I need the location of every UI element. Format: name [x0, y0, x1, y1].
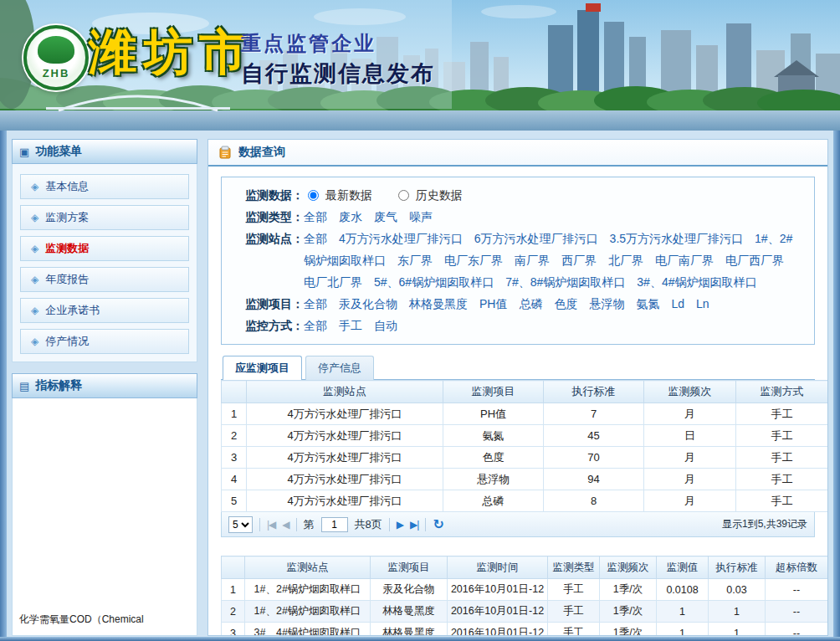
tab-shutdown-info[interactable]: 停产信息 — [305, 356, 374, 380]
filter-option-link[interactable]: Ld — [671, 297, 684, 310]
indicator-title: 指标解释 — [35, 378, 82, 393]
filter-option-link[interactable]: 悬浮物 — [589, 297, 624, 310]
tab-monitoring-items[interactable]: 应监测项目 — [223, 356, 302, 380]
table-row[interactable]: 11#、2#锅炉烟囱取样口汞及化合物2016年10月01日-12手工1季/次0.… — [222, 579, 828, 601]
column-header — [222, 381, 247, 403]
filter-option-link[interactable]: PH值 — [479, 297, 507, 310]
prev-page-button[interactable]: ◀ — [282, 519, 289, 531]
table-header-row: 监测站点 监测项目 监测时间 监测类型 监测频次 监测值 执行标准 超标倍数 — [222, 556, 828, 579]
table-cell: 5 — [222, 490, 247, 512]
sidebar-item-monitoring-plan[interactable]: ◈ 监测方案 — [20, 205, 189, 230]
table-row[interactable]: 44万方污水处理厂排污口悬浮物94月手工 — [222, 469, 828, 490]
filter-option-link[interactable]: 废水 — [339, 210, 362, 223]
filter-method-options: 全部手工自动 — [304, 315, 804, 336]
filter-option-link[interactable]: 3.5万方污水处理厂排污口 — [610, 232, 743, 245]
radio-latest-data[interactable]: 最新数据 — [304, 188, 376, 202]
column-header — [222, 556, 245, 579]
filter-option-link[interactable]: 林格曼黑度 — [409, 297, 468, 310]
radio-latest-data-input[interactable] — [308, 190, 319, 201]
filter-data-options: 最新数据 历史数据 — [304, 184, 804, 206]
first-page-button[interactable]: |◀ — [267, 519, 275, 531]
filter-option-link[interactable]: 氨氮 — [636, 297, 659, 310]
filter-option-link[interactable]: 7#、8#锅炉烟囱取样口 — [505, 275, 625, 289]
filter-option-link[interactable]: 手工 — [339, 319, 362, 332]
filter-option-link[interactable]: 总磷 — [519, 297, 542, 310]
filter-option-link[interactable]: 电厂北厂界 — [304, 275, 362, 289]
table-row[interactable]: 24万方污水处理厂排污口氨氮45日手工 — [222, 425, 828, 447]
column-header[interactable]: 监测时间 — [448, 556, 548, 579]
page-number-input[interactable] — [321, 517, 348, 532]
column-header[interactable]: 执行标准 — [544, 381, 644, 403]
filter-option-link[interactable]: 全部 — [304, 297, 327, 310]
filter-option-link[interactable]: 全部 — [304, 232, 327, 245]
filter-option-link[interactable]: 废气 — [374, 210, 397, 223]
radio-history-data[interactable]: 历史数据 — [394, 188, 463, 202]
sidebar-item-monitoring-data[interactable]: ◈ 监测数据 — [20, 236, 189, 261]
column-header[interactable]: 监测值 — [657, 556, 709, 579]
table-row[interactable]: 54万方污水处理厂排污口总磷8月手工 — [222, 490, 828, 512]
filter-option-link[interactable]: 自动 — [374, 319, 397, 332]
table-row[interactable]: 34万方污水处理厂排污口色度70月手工 — [222, 447, 828, 469]
sidebar-item-shutdown-status[interactable]: ◈ 停产情况 — [20, 329, 189, 354]
table-row[interactable]: 14万方污水处理厂排污口PH值7月手工 — [222, 403, 828, 425]
filter-option-link[interactable]: 全部 — [304, 210, 327, 223]
table-cell: 1 — [709, 601, 766, 623]
column-header[interactable]: 监测方式 — [736, 381, 828, 403]
sidebar-item-label: 停产情况 — [45, 330, 89, 353]
column-header[interactable]: 监测项目 — [371, 556, 448, 579]
filter-option-link[interactable]: 电厂西厂界 — [725, 254, 784, 267]
column-header[interactable]: 监测项目 — [443, 381, 544, 403]
last-page-button[interactable]: ▶| — [410, 519, 418, 531]
column-header[interactable]: 超标倍数 — [766, 556, 828, 579]
filter-option-link[interactable]: 南厂界 — [515, 254, 550, 267]
column-header[interactable]: 监测频次 — [600, 556, 657, 579]
filter-option-link[interactable]: 电厂南厂界 — [655, 254, 714, 267]
filter-option-link[interactable]: 北厂界 — [608, 254, 643, 267]
indicator-panel: 化学需氧量COD（Chemical — [12, 398, 197, 636]
sidebar-item-basic-info[interactable]: ◈ 基本信息 — [20, 174, 189, 199]
filter-option-link[interactable]: 噪声 — [409, 210, 433, 223]
table-cell: 手工 — [736, 447, 828, 469]
table-cell: 45 — [544, 425, 644, 447]
table-cell: -- — [766, 601, 828, 623]
subtitle-line2: 自行监测信息发布 — [241, 59, 435, 89]
filter-option-link[interactable]: 5#、6#锅炉烟囱取样口 — [374, 275, 494, 289]
filter-label-station: 监测站点： — [232, 228, 304, 293]
monitoring-data-table: 监测站点 监测项目 监测时间 监测类型 监测频次 监测值 执行标准 超标倍数 1… — [221, 556, 827, 635]
filter-option-link[interactable]: 色度 — [554, 297, 577, 310]
sidebar-item-annual-report[interactable]: ◈ 年度报告 — [20, 267, 189, 292]
filter-option-link[interactable]: 3#、4#锅炉烟囱取样口 — [637, 275, 756, 289]
filter-label-item: 监测项目： — [232, 293, 304, 315]
table-cell: 8 — [544, 490, 644, 512]
page-size-select[interactable]: 5 — [228, 516, 253, 533]
column-header[interactable]: 监测类型 — [548, 556, 600, 579]
column-header[interactable]: 监测频次 — [644, 381, 736, 403]
column-header[interactable]: 监测站点 — [245, 556, 371, 579]
filter-option-link[interactable]: 汞及化合物 — [339, 297, 397, 310]
site-logo: ZHB — [23, 25, 89, 90]
table-cell: 1#、2#锅炉烟囱取样口 — [245, 601, 371, 623]
table-row[interactable]: 33#、4#锅炉烟囱取样口林格曼黑度2016年10月01日-12手工1季/次11… — [222, 623, 828, 636]
diamond-icon: ◈ — [31, 299, 38, 322]
table-cell: 月 — [644, 469, 736, 490]
filter-option-link[interactable]: 西厂界 — [561, 254, 597, 267]
filter-option-link[interactable]: 电厂东厂界 — [444, 254, 503, 267]
filter-box: 监测数据： 最新数据 历史数据 — [221, 177, 815, 345]
filter-option-link[interactable]: 6万方污水处理厂排污口 — [474, 232, 598, 245]
radio-history-data-input[interactable] — [398, 190, 409, 201]
sidebar-item-enterprise-commitment[interactable]: ◈ 企业承诺书 — [20, 298, 189, 323]
table-cell: 手工 — [736, 469, 828, 490]
filter-label-data: 监测数据： — [232, 184, 304, 206]
page-right-border — [833, 131, 840, 641]
table-row[interactable]: 21#、2#锅炉烟囱取样口林格曼黑度2016年10月01日-12手工1季/次11… — [222, 601, 828, 623]
filter-option-link[interactable]: Ln — [696, 297, 709, 310]
column-header[interactable]: 监测站点 — [247, 381, 443, 403]
next-page-button[interactable]: ▶ — [397, 519, 403, 531]
table-cell: 1 — [222, 403, 247, 425]
column-header[interactable]: 执行标准 — [709, 556, 766, 579]
table-cell: 0.03 — [709, 579, 766, 601]
filter-option-link[interactable]: 4万方污水处理厂排污口 — [339, 232, 463, 245]
refresh-button[interactable]: ↻ — [433, 516, 443, 532]
filter-option-link[interactable]: 全部 — [304, 319, 327, 332]
filter-option-link[interactable]: 东厂界 — [397, 254, 433, 267]
